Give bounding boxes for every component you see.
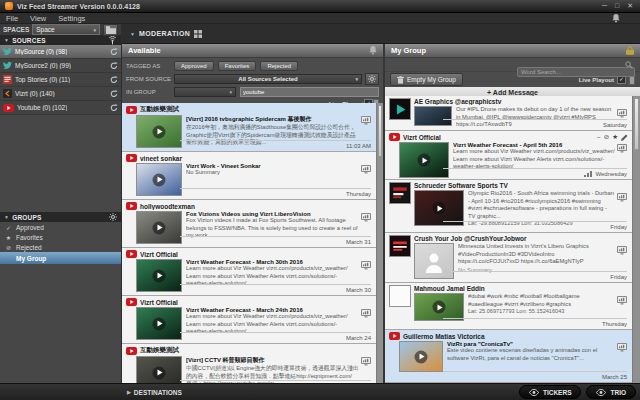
divider [443, 119, 627, 120]
my-group-scrollbar[interactable] [632, 96, 640, 383]
source-row-mysource2[interactable]: MySource2 (0) (99) [0, 59, 121, 73]
feed-item-header: Crush Your Job @CrushYourJobwor [414, 235, 628, 242]
graphics-icon[interactable] [617, 296, 627, 305]
video-thumbnail[interactable] [136, 259, 182, 292]
group-feed-item[interactable]: Guillermo Matias VictoricaVizRt para "Cr… [385, 330, 632, 383]
play-icon [153, 221, 166, 234]
layout-grid-icon[interactable] [194, 30, 202, 38]
sources-header[interactable]: ▼ SOURCES [0, 35, 121, 45]
menu-settings[interactable]: Settings [52, 14, 91, 23]
add-message-label: + Add Message [487, 89, 538, 96]
divider [443, 371, 627, 372]
maximize-button[interactable]: □ [615, 2, 619, 10]
tag-rejected-button[interactable]: Rejected [260, 61, 298, 71]
feed-item[interactable]: Vizrt OfficialVizrt Weather Forecast - M… [122, 248, 376, 296]
gear-icon[interactable] [109, 213, 117, 221]
scrollbar-thumb[interactable] [378, 105, 382, 157]
manage-sources-button[interactable] [365, 73, 379, 85]
video-thumbnail[interactable] [136, 115, 182, 148]
group-row-rejected[interactable]: ⊘Rejected [0, 242, 121, 252]
group-row-favorites[interactable]: ★Favorites [0, 232, 121, 242]
in-group-select[interactable]: ▾ [174, 87, 236, 97]
destinations-toggle[interactable]: ▶ DESTINATIONS [127, 389, 182, 396]
graphics-icon[interactable] [361, 261, 371, 270]
word-search-input[interactable] [517, 67, 635, 77]
graphics-icon[interactable] [361, 165, 371, 174]
video-thumbnail[interactable] [399, 142, 449, 178]
tickers-button[interactable]: TICKERS [519, 385, 582, 399]
video-thumbnail[interactable] [414, 106, 452, 126]
refresh-icon[interactable] [110, 62, 118, 70]
graphics-icon[interactable] [617, 343, 627, 352]
tag-favorites-button[interactable]: Favorites [218, 61, 257, 71]
graphics-icon[interactable] [361, 309, 371, 318]
refresh-icon[interactable] [110, 48, 118, 56]
feed-signal-icon[interactable] [108, 36, 117, 45]
menu-file[interactable]: File [0, 14, 24, 23]
video-thumbnail[interactable] [136, 356, 182, 383]
video-thumbnail[interactable] [136, 307, 182, 340]
group-row-my-group[interactable]: My Group [0, 252, 121, 264]
remove-icon[interactable]: − [597, 134, 601, 141]
close-button[interactable]: ✕ [627, 2, 633, 10]
group-feed-item[interactable]: Crush Your Job @CrushYourJobworMinnesota… [385, 233, 632, 283]
alerts-icon[interactable] [369, 46, 377, 55]
feed-item-user: Vizrt Official [140, 251, 178, 258]
graphics-icon[interactable] [617, 193, 627, 202]
feed-item[interactable]: vineet sonkarVizrt Work - Vineet SonkarN… [122, 152, 376, 200]
feed-item-text: Vizrt Work - Vineet SonkarNo Summary [186, 163, 372, 196]
graphics-icon[interactable] [617, 246, 627, 255]
graphics-icon[interactable] [617, 109, 627, 118]
empty-my-group-button[interactable]: Empty My Group [390, 73, 463, 86]
notifications-icon[interactable] [612, 14, 620, 23]
graphics-icon[interactable] [361, 357, 371, 366]
menu-items: FileViewSettings [0, 14, 91, 23]
group-feed-item[interactable]: AE Graphics @aegraphicstvOur #IPL Drone … [385, 96, 632, 131]
open-space-button[interactable] [103, 24, 118, 36]
play-icon [415, 350, 428, 363]
video-thumbnail[interactable] [399, 341, 443, 372]
feed-item[interactable]: hollywoodtexmanFox Vizions Videos using … [122, 200, 376, 248]
tag-approved-button[interactable]: Approved [174, 61, 214, 71]
graphics-icon[interactable] [617, 144, 627, 153]
feed-item[interactable]: Vizrt OfficialVizrt Weather Forecast - M… [122, 296, 376, 344]
video-thumbnail[interactable] [414, 243, 454, 279]
graphics-icon[interactable] [361, 213, 371, 222]
video-thumbnail[interactable] [136, 163, 182, 196]
minimize-button[interactable]: ─ [602, 2, 607, 10]
lock-icon[interactable] [626, 46, 634, 55]
moderation-bar[interactable]: ▼ MODERATION [122, 24, 640, 44]
play-icon [153, 269, 166, 282]
play-icon [433, 202, 446, 215]
scrollbar-thumb[interactable] [634, 98, 639, 150]
group-feed-item[interactable]: Schrueder Software Sports TVOlympic Rio2… [385, 180, 632, 233]
from-source-select[interactable]: All Sources Selected ▾ [174, 74, 362, 84]
feed-item[interactable]: 互動娛樂測試[Vizrt] CCTV 科普類節目製作中國CCTV(頻道)以 En… [122, 344, 376, 383]
favorite-icon[interactable]: ★ [612, 133, 618, 141]
space-select[interactable]: Space ▾ [32, 24, 100, 35]
source-row-mysource[interactable]: MySource (0) (98) [0, 45, 121, 59]
menu-view[interactable]: View [24, 14, 52, 23]
refresh-icon[interactable] [110, 90, 118, 98]
source-row-youtube[interactable]: Youtube (0) (102) [0, 101, 121, 115]
feed-item[interactable]: 互動娛樂測試[Vizrt] 2016 tvbsgraphic Spidercam… [122, 103, 376, 152]
search-icon[interactable] [625, 61, 633, 69]
source-row-top-stories[interactable]: Top Stories (0) (11) [0, 73, 121, 87]
divider [180, 140, 371, 141]
graphics-icon[interactable] [361, 116, 371, 125]
refresh-icon[interactable] [110, 104, 118, 112]
reject-icon[interactable]: ⊘ [604, 133, 609, 141]
groups-header[interactable]: ▼ GROUPS [0, 212, 121, 222]
source-row-vizrt[interactable]: Vizrt (0) (140) [0, 87, 121, 101]
trio-button[interactable]: TRIO [586, 385, 636, 399]
twitter-icon [3, 61, 12, 70]
edit-icon[interactable] [621, 134, 628, 141]
refresh-icon[interactable] [110, 76, 118, 84]
group-row-approved[interactable]: ✓Approved [0, 222, 121, 232]
available-scrollbar[interactable] [376, 103, 383, 383]
video-thumbnail[interactable] [414, 293, 464, 321]
group-feed-item[interactable]: Vizrt OfficialVizrt Weather Forecast - A… [385, 131, 632, 180]
in-group-input[interactable] [240, 87, 379, 97]
video-thumbnail[interactable] [136, 211, 182, 244]
group-feed-item[interactable]: Mahmoud Jamal Eddin#dubai #work #mbc #fo… [385, 283, 632, 330]
